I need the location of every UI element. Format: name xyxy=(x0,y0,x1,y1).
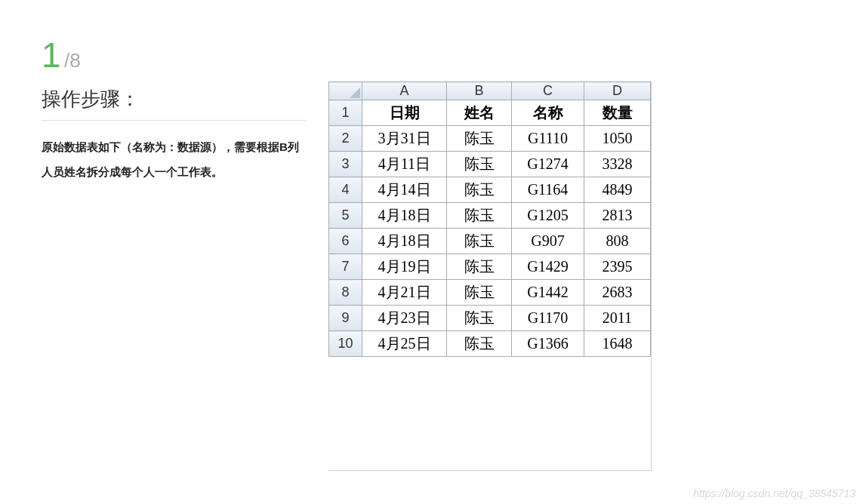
cell[interactable]: 4月19日 xyxy=(362,254,447,280)
col-header-a[interactable]: A xyxy=(362,82,447,100)
cell[interactable]: 姓名 xyxy=(447,100,512,126)
cell[interactable]: 陈玉 xyxy=(447,306,512,331)
svg-marker-0 xyxy=(350,88,360,98)
cell[interactable]: 陈玉 xyxy=(447,254,512,280)
select-all-corner[interactable] xyxy=(329,82,362,100)
table-row: 4 4月14日 陈玉 G1164 4849 xyxy=(329,177,651,203)
cell[interactable]: 4月18日 xyxy=(362,229,447,254)
spreadsheet: A B C D 1 日期 姓名 名称 数量 2 3月31日 陈玉 G1110 1… xyxy=(328,81,651,357)
cell[interactable]: 陈玉 xyxy=(447,203,512,229)
cell[interactable]: 陈玉 xyxy=(447,126,512,152)
watermark-text: https://blog.csdn.net/qq_38545713 xyxy=(693,487,855,499)
cell[interactable]: 陈玉 xyxy=(447,177,512,203)
cell[interactable]: 4月11日 xyxy=(362,152,447,177)
step-total: 8 xyxy=(69,49,80,72)
left-pane: 1 /8 操作步骤： 原始数据表如下（名称为：数据源），需要根据B列人员姓名拆分… xyxy=(42,38,328,471)
cell[interactable]: 陈玉 xyxy=(447,152,512,177)
right-pane: A B C D 1 日期 姓名 名称 数量 2 3月31日 陈玉 G1110 1… xyxy=(328,38,652,471)
section-heading: 操作步骤： xyxy=(42,86,306,121)
cell[interactable]: 2683 xyxy=(584,280,651,306)
cell[interactable]: G1170 xyxy=(512,306,584,331)
spreadsheet-frame: A B C D 1 日期 姓名 名称 数量 2 3月31日 陈玉 G1110 1… xyxy=(328,81,652,471)
row-header[interactable]: 8 xyxy=(329,280,362,306)
row-header[interactable]: 7 xyxy=(329,254,362,280)
cell[interactable]: 陈玉 xyxy=(447,331,512,357)
cell[interactable]: 1050 xyxy=(584,126,651,152)
cell[interactable]: G1442 xyxy=(512,280,584,306)
cell[interactable]: G1164 xyxy=(512,177,584,203)
cell[interactable]: G1205 xyxy=(512,203,584,229)
table-row: 6 4月18日 陈玉 G907 808 xyxy=(329,229,651,254)
col-header-c[interactable]: C xyxy=(512,82,584,100)
cell[interactable]: 1648 xyxy=(584,331,651,357)
cell[interactable]: 4月21日 xyxy=(362,280,447,306)
table-row: 3 4月11日 陈玉 G1274 3328 xyxy=(329,152,651,177)
cell[interactable]: 3328 xyxy=(584,152,651,177)
cell[interactable]: 3月31日 xyxy=(362,126,447,152)
cell[interactable]: 4月14日 xyxy=(362,177,447,203)
table-row: 8 4月21日 陈玉 G1442 2683 xyxy=(329,280,651,306)
section-desc: 原始数据表如下（名称为：数据源），需要根据B列人员姓名拆分成每个人一个工作表。 xyxy=(42,134,306,184)
cell[interactable]: 陈玉 xyxy=(447,229,512,254)
row-header[interactable]: 2 xyxy=(329,126,362,152)
cell[interactable]: G1429 xyxy=(512,254,584,280)
row-header[interactable]: 4 xyxy=(329,177,362,203)
table-row: 5 4月18日 陈玉 G1205 2813 xyxy=(329,203,651,229)
cell[interactable]: G1110 xyxy=(512,126,584,152)
cell[interactable]: G1274 xyxy=(512,152,584,177)
table-row: 9 4月23日 陈玉 G1170 2011 xyxy=(329,306,651,331)
cell[interactable]: 2395 xyxy=(584,254,651,280)
cell[interactable]: 数量 xyxy=(584,100,651,126)
col-header-b[interactable]: B xyxy=(447,82,512,100)
cell[interactable]: 808 xyxy=(584,229,651,254)
cell[interactable]: 4月25日 xyxy=(362,331,447,357)
cell[interactable]: 2813 xyxy=(584,203,651,229)
cell[interactable]: 4月23日 xyxy=(362,306,447,331)
page-wrap: 1 /8 操作步骤： 原始数据表如下（名称为：数据源），需要根据B列人员姓名拆分… xyxy=(0,0,860,471)
cell[interactable]: 2011 xyxy=(584,306,651,331)
row-header[interactable]: 9 xyxy=(329,306,362,331)
table-row: 2 3月31日 陈玉 G1110 1050 xyxy=(329,126,651,152)
row-header[interactable]: 10 xyxy=(329,331,362,357)
cell[interactable]: 4849 xyxy=(584,177,651,203)
table-row: 7 4月19日 陈玉 G1429 2395 xyxy=(329,254,651,280)
row-header[interactable]: 5 xyxy=(329,203,362,229)
row-header[interactable]: 1 xyxy=(329,100,362,126)
row-header[interactable]: 6 xyxy=(329,229,362,254)
cell[interactable]: 4月18日 xyxy=(362,203,447,229)
cell[interactable]: 名称 xyxy=(512,100,584,126)
step-current: 1 xyxy=(42,35,61,75)
cell[interactable]: G907 xyxy=(512,229,584,254)
select-all-triangle-icon xyxy=(350,88,360,98)
row-header[interactable]: 3 xyxy=(329,152,362,177)
cell[interactable]: 日期 xyxy=(362,100,447,126)
cell[interactable]: G1366 xyxy=(512,331,584,357)
table-row: 10 4月25日 陈玉 G1366 1648 xyxy=(329,331,651,357)
step-indicator: 1 /8 xyxy=(42,38,306,72)
table-row: 1 日期 姓名 名称 数量 xyxy=(329,100,651,126)
column-header-row: A B C D xyxy=(329,82,651,100)
cell[interactable]: 陈玉 xyxy=(447,280,512,306)
col-header-d[interactable]: D xyxy=(584,82,651,100)
